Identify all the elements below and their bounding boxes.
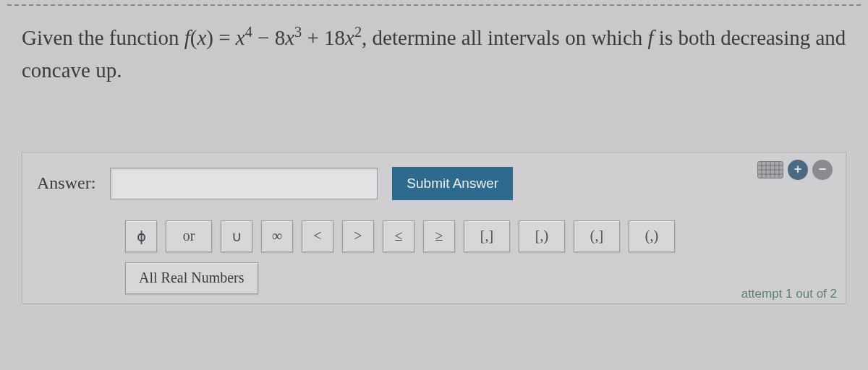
sym-union[interactable]: ∪: [221, 220, 252, 252]
q-x1: x: [236, 26, 245, 49]
sym-or[interactable]: or: [166, 220, 212, 252]
sym-infinity[interactable]: ∞: [261, 220, 293, 252]
q-tail1: , determine all intervals on which: [362, 26, 647, 49]
answer-input[interactable]: [110, 168, 378, 199]
answer-label: Answer:: [37, 173, 95, 193]
symbol-toolbar: ϕ or ∪ ∞ < > ≤ ≥ [,] [,) (,] (,): [125, 220, 831, 252]
keypad-icon[interactable]: [757, 161, 783, 178]
minus-icon: −: [819, 162, 827, 177]
question-text: Given the function f(x) = x4 − 8x3 + 18x…: [22, 22, 846, 87]
sym-empty-set[interactable]: ϕ: [125, 220, 157, 252]
q-sup4: 4: [245, 24, 252, 40]
add-row-button[interactable]: +: [788, 160, 808, 180]
q-minus: − 8: [252, 26, 285, 49]
q-open: (: [190, 26, 197, 49]
sym-interval-open-open[interactable]: (,): [629, 220, 675, 252]
q-plus: + 18: [302, 26, 345, 49]
q-part: Given the function: [22, 26, 184, 49]
panel-controls: + −: [757, 160, 833, 180]
q-tailf: f: [648, 26, 654, 49]
sym-interval-closed-open[interactable]: [,): [519, 220, 565, 252]
question-container: Given the function f(x) = x4 − 8x3 + 18x…: [7, 4, 861, 304]
plus-icon: +: [794, 162, 802, 177]
sym-greater-than[interactable]: >: [342, 220, 374, 252]
attempt-counter: attempt 1 out of 2: [741, 287, 837, 301]
q-f: f: [184, 26, 190, 49]
q-x3: x: [345, 26, 354, 49]
answer-row: Answer: Submit Answer: [37, 167, 831, 200]
sym-interval-closed-closed[interactable]: [,]: [464, 220, 510, 252]
sym-less-equal[interactable]: ≤: [383, 220, 414, 252]
q-eq: ) =: [206, 26, 236, 49]
sym-interval-open-closed[interactable]: (,]: [574, 220, 620, 252]
q-var: x: [197, 26, 206, 49]
submit-button[interactable]: Submit Answer: [392, 167, 513, 200]
answer-panel: + − Answer: Submit Answer ϕ or ∪ ∞ < > ≤…: [22, 152, 846, 304]
q-sup3: 3: [294, 24, 302, 40]
q-x2: x: [285, 26, 294, 49]
q-sup2: 2: [354, 24, 362, 40]
remove-row-button[interactable]: −: [812, 160, 833, 180]
all-real-row: All Real Numbers: [125, 262, 831, 294]
sym-all-real-numbers[interactable]: All Real Numbers: [125, 262, 258, 294]
sym-greater-equal[interactable]: ≥: [423, 220, 455, 252]
sym-less-than[interactable]: <: [302, 220, 333, 252]
